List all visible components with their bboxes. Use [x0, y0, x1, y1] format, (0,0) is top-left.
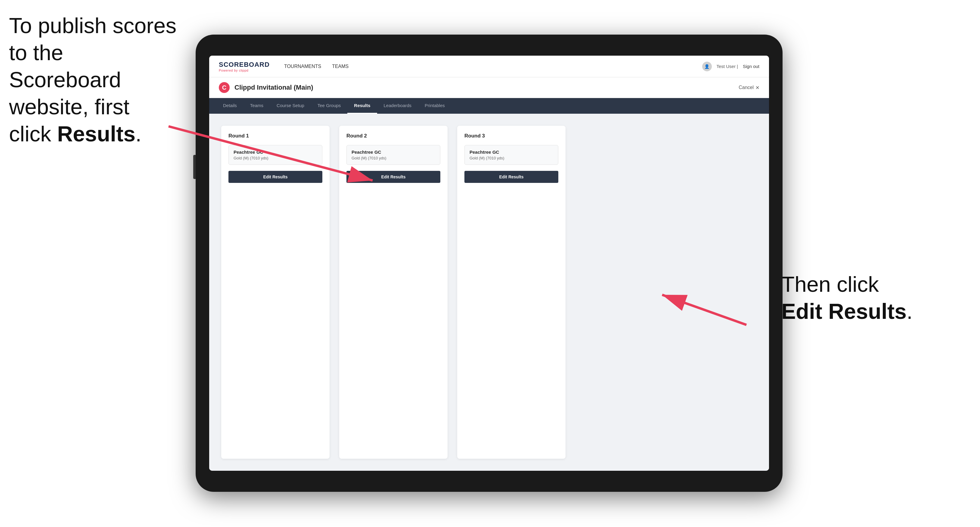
tournament-header: C Clippd Invitational (Main) Cancel ✕ — [209, 77, 769, 98]
round-1-card: Round 1 Peachtree GC Gold (M) (7010 yds)… — [221, 126, 329, 459]
logo-area: SCOREBOARD Powered by clippd — [219, 61, 270, 72]
round-1-course-name: Peachtree GC — [234, 149, 317, 155]
tournament-icon: C — [219, 82, 230, 93]
instruction-right: Then click Edit Results. — [781, 271, 950, 325]
user-label: Test User | — [717, 64, 738, 69]
tab-teams[interactable]: Teams — [243, 98, 270, 114]
round-3-edit-results-button[interactable]: Edit Results — [465, 171, 558, 183]
nav-right: 👤 Test User | Sign out — [702, 62, 759, 71]
sign-out-link[interactable]: Sign out — [743, 64, 759, 69]
tournament-name: Clippd Invitational (Main) — [234, 84, 313, 91]
round-2-title: Round 2 — [347, 133, 440, 139]
round-1-course-info: Peachtree GC Gold (M) (7010 yds) — [228, 145, 322, 165]
logo-sub: Powered by clippd — [219, 68, 270, 72]
tab-leaderboards[interactable]: Leaderboards — [377, 98, 418, 114]
round-1-course-details: Gold (M) (7010 yds) — [234, 156, 317, 160]
tablet-device: SCOREBOARD Powered by clippd TOURNAMENTS… — [196, 35, 783, 492]
round-3-course-info: Peachtree GC Gold (M) (7010 yds) — [465, 145, 558, 165]
main-content: Round 1 Peachtree GC Gold (M) (7010 yds)… — [209, 114, 769, 471]
round-2-course-info: Peachtree GC Gold (M) (7010 yds) — [347, 145, 440, 165]
tab-details[interactable]: Details — [216, 98, 243, 114]
nav-links: TOURNAMENTS TEAMS — [284, 63, 702, 70]
tournament-title-area: C Clippd Invitational (Main) — [219, 82, 313, 93]
tab-course-setup[interactable]: Course Setup — [270, 98, 311, 114]
round-3-title: Round 3 — [465, 133, 558, 139]
tab-results[interactable]: Results — [347, 98, 377, 114]
cancel-button[interactable]: Cancel ✕ — [738, 85, 759, 90]
round-3-card: Round 3 Peachtree GC Gold (M) (7010 yds)… — [457, 126, 566, 459]
round-2-edit-results-button[interactable]: Edit Results — [347, 171, 440, 183]
nav-tournaments[interactable]: TOURNAMENTS — [284, 63, 321, 70]
logo-text: SCOREBOARD — [219, 61, 270, 68]
top-navigation: SCOREBOARD Powered by clippd TOURNAMENTS… — [209, 56, 769, 77]
tablet-screen: SCOREBOARD Powered by clippd TOURNAMENTS… — [209, 56, 769, 471]
tab-tee-groups[interactable]: Tee Groups — [311, 98, 348, 114]
tab-bar: Details Teams Course Setup Tee Groups Re… — [209, 98, 769, 114]
tab-printables[interactable]: Printables — [418, 98, 452, 114]
round-3-course-name: Peachtree GC — [469, 149, 553, 155]
round-2-course-details: Gold (M) (7010 yds) — [352, 156, 435, 160]
user-avatar: 👤 — [702, 62, 712, 71]
tablet-side-button — [193, 155, 196, 179]
round-3-course-details: Gold (M) (7010 yds) — [469, 156, 553, 160]
round-1-title: Round 1 — [228, 133, 322, 139]
round-1-edit-results-button[interactable]: Edit Results — [228, 171, 322, 183]
instruction-left: To publish scores to the Scoreboard webs… — [9, 12, 178, 148]
round-2-card: Round 2 Peachtree GC Gold (M) (7010 yds)… — [339, 126, 447, 459]
round-2-course-name: Peachtree GC — [352, 149, 435, 155]
nav-teams[interactable]: TEAMS — [332, 63, 348, 70]
